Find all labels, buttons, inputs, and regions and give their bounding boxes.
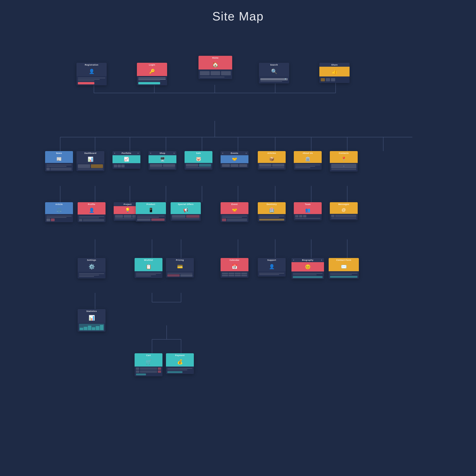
node-payment: Payment 💰 [166,353,194,374]
page-title: Site Map [5,9,471,23]
node-product: Product 📱 [136,202,166,222]
node-registration: Registration 👤 [76,63,107,85]
node-shop: ‹Shop› 🖥️ [149,151,176,170]
node-portfolio: ‹Portfolio› 📈 [113,151,140,169]
node-contacts: Contacts 📍 ↑ [330,151,358,171]
node-news: News 📰 [45,151,73,171]
node-articles: Articles 📦 [258,151,286,170]
sitemap-diagram: Registration 👤 Login 🔑 Home 🏠 [40,35,436,430]
node-contact-form: Contact Form ✉️ [329,258,359,279]
node-dashboard: Dashboard 📊 [76,151,104,171]
node-about-us: About Us 🏛️ [294,151,322,170]
node-event: Event 🤝 [221,202,248,222]
node-profile: Profile 👤 [78,202,105,222]
node-login: Login 🔑 [137,63,167,85]
node-search: Search 🔍 🔍 [259,63,289,84]
node-article: Article ⚖️ [45,202,73,222]
node-events: ‹Events› 🤝 [221,151,248,168]
node-team: Team 👥 [294,202,322,220]
node-support: Support 👤 [258,258,286,277]
node-dentistry: Dentistry 🏥 [258,202,286,221]
node-sale: Sale 🐷 [185,151,212,170]
node-statistics: Statistics 📊 [78,309,105,332]
node-biography: ‹Biography› 😊 [291,258,324,279]
node-home: Home 🏠 [199,56,232,79]
node-messages: Messages @ [330,202,358,220]
node-settings: Settings ⚙️ [78,258,105,278]
node-share: Share 👍 [319,63,350,83]
node-cart: Cart 🛒 [135,353,162,376]
node-calendar: Calendar 📅 [221,258,248,278]
node-wishlist: Wishlist 📋 [135,258,162,278]
node-special-offers: Special Offers 📢 [170,202,201,221]
node-pricing: Pricing 💳 [166,258,194,277]
